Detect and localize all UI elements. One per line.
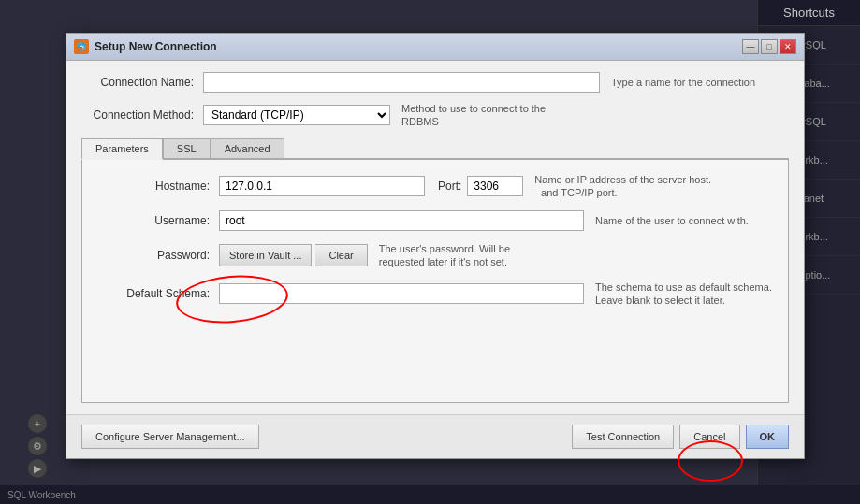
tab-bar: Parameters SSL Advanced bbox=[81, 138, 789, 160]
arrow-circle-icon[interactable]: ▶ bbox=[28, 459, 47, 478]
username-input[interactable] bbox=[219, 210, 584, 231]
username-label: Username: bbox=[97, 214, 219, 227]
footer-right-buttons: Test Connection Cancel OK bbox=[572, 425, 789, 449]
store-in-vault-button[interactable]: Store in Vault ... bbox=[219, 244, 312, 266]
maximize-button[interactable]: □ bbox=[761, 39, 778, 54]
default-schema-hint: The schema to use as default schema. Lea… bbox=[595, 281, 773, 308]
port-input[interactable] bbox=[467, 176, 523, 196]
default-schema-row: Default Schema: The schema to use as def… bbox=[97, 281, 773, 308]
dialog-title-text: Setup New Connection bbox=[95, 40, 217, 53]
test-connection-button[interactable]: Test Connection bbox=[572, 425, 674, 449]
dialog-title-left: 🐬 Setup New Connection bbox=[74, 39, 217, 54]
connection-name-row: Connection Name: Type a name for the con… bbox=[81, 72, 789, 93]
dialog-footer: Configure Server Management... Test Conn… bbox=[66, 414, 804, 458]
clear-password-button[interactable]: Clear bbox=[315, 244, 367, 266]
connection-name-label: Connection Name: bbox=[81, 76, 203, 89]
settings-circle-icon[interactable]: ⚙ bbox=[28, 437, 47, 455]
hostname-input[interactable] bbox=[219, 176, 425, 196]
connection-name-hint: Type a name for the connection bbox=[611, 76, 789, 89]
username-row: Username: Name of the user to connect wi… bbox=[97, 210, 773, 231]
default-schema-label: Default Schema: bbox=[97, 287, 219, 300]
password-label: Password: bbox=[97, 249, 219, 262]
dialog-app-icon: 🐬 bbox=[74, 39, 89, 54]
default-schema-input[interactable] bbox=[219, 283, 584, 304]
hostname-hint: Name or IP address of the server host. -… bbox=[534, 173, 712, 200]
connection-method-select[interactable]: Standard (TCP/IP) bbox=[203, 105, 390, 125]
connection-method-row: Connection Method: Standard (TCP/IP) Met… bbox=[81, 102, 789, 129]
connection-method-select-group: Standard (TCP/IP) bbox=[203, 105, 390, 125]
dialog-content: Connection Name: Type a name for the con… bbox=[66, 61, 804, 414]
connection-method-label: Connection Method: bbox=[81, 108, 203, 122]
close-button[interactable]: ✕ bbox=[780, 39, 796, 54]
tab-panel-parameters: Hostname: Port: Name or IP address of th… bbox=[81, 160, 789, 403]
status-bar: SQL Workbench bbox=[0, 485, 860, 504]
tab-parameters[interactable]: Parameters bbox=[81, 138, 163, 160]
bottom-icons-bar: + ⚙ ▶ bbox=[0, 407, 75, 485]
dialog-titlebar: 🐬 Setup New Connection — □ ✕ bbox=[66, 34, 804, 61]
setup-connection-dialog: 🐬 Setup New Connection — □ ✕ Connection … bbox=[66, 33, 805, 459]
hostname-label: Hostname: bbox=[97, 180, 219, 193]
ok-button[interactable]: OK bbox=[746, 425, 790, 449]
minimize-button[interactable]: — bbox=[742, 39, 759, 54]
dialog-controls: — □ ✕ bbox=[742, 39, 796, 54]
username-hint: Name of the user to connect with. bbox=[595, 214, 773, 227]
plus-circle-icon[interactable]: + bbox=[28, 414, 47, 433]
shortcuts-header: Shortcuts bbox=[758, 0, 860, 26]
configure-server-button[interactable]: Configure Server Management... bbox=[81, 425, 259, 449]
connection-method-hint: Method to use to connect to the RDBMS bbox=[401, 102, 579, 129]
tab-advanced[interactable]: Advanced bbox=[211, 138, 284, 158]
hostname-row: Hostname: Port: Name or IP address of th… bbox=[97, 173, 773, 200]
password-hint: The user's password. Will be requested l… bbox=[379, 242, 557, 269]
password-row: Password: Store in Vault ... Clear The u… bbox=[97, 242, 773, 269]
status-text: SQL Workbench bbox=[7, 490, 76, 500]
cancel-button[interactable]: Cancel bbox=[679, 425, 739, 449]
connection-name-input[interactable] bbox=[203, 72, 600, 93]
port-label: Port: bbox=[438, 180, 461, 193]
tab-ssl[interactable]: SSL bbox=[163, 138, 211, 158]
